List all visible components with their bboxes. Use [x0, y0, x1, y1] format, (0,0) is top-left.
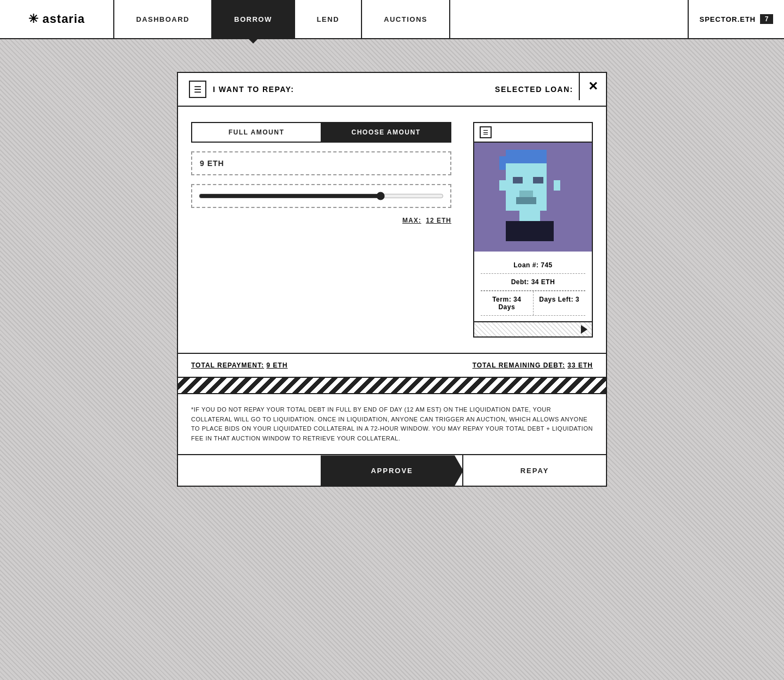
progress-arrow-icon [581, 325, 587, 334]
warning-area: *IF YOU DO NOT REPAY YOUR TOTAL DEBT IN … [178, 394, 606, 454]
days-left-cell: Days Left: 3 [534, 291, 586, 315]
logo-text: astaria [42, 12, 85, 26]
nav-auctions[interactable]: AUCTIONS [362, 0, 450, 38]
close-icon: ✕ [588, 79, 598, 94]
nav-dashboard[interactable]: DASHBOARD [114, 0, 212, 38]
debt-value: 34 ETH [531, 278, 555, 286]
logo: ✳ astaria [0, 0, 114, 38]
logo-star-icon: ✳ [28, 12, 39, 26]
svg-rect-10 [506, 221, 554, 242]
choose-amount-button[interactable]: CHOOSE AMOUNT [322, 123, 450, 142]
nav-bar: DASHBOARD BORROW LEND AUCTIONS [114, 0, 688, 38]
total-remaining-debt: TOTAL REMAINING DEBT: 33 ETH [473, 362, 593, 369]
modal-header-icon: ☰ [189, 81, 206, 98]
wallet-name: SPECTOR.ETH [700, 15, 760, 23]
full-amount-button[interactable]: FULL AMOUNT [192, 123, 322, 142]
svg-rect-12 [554, 180, 561, 191]
term-row: Term: 34 Days Days Left: 3 [481, 291, 585, 316]
nft-info: Loan #: 745 Debt: 34 ETH Term: 34 Days D… [474, 252, 592, 321]
loan-number: 745 [541, 261, 553, 269]
amount-toggle: FULL AMOUNT CHOOSE AMOUNT [191, 122, 451, 143]
right-panel: ☰ [473, 122, 593, 338]
header: ✳ astaria DASHBOARD BORROW LEND AUCTIONS… [0, 0, 784, 39]
nft-progress-row [474, 321, 592, 336]
svg-rect-6 [533, 177, 543, 184]
total-repayment-value: 9 ETH [266, 362, 287, 369]
main-background: ☰ I WANT TO REPAY: SELECTED LOAN: ✕ FULL… [0, 39, 784, 680]
total-remaining-value: 33 ETH [567, 362, 593, 369]
wallet-area[interactable]: SPECTOR.ETH 7 [688, 0, 784, 38]
svg-rect-5 [513, 177, 523, 184]
debt-label: Debt: [511, 278, 529, 286]
svg-rect-2 [499, 156, 547, 163]
slider-container [191, 184, 451, 208]
loan-number-row: Loan #: 745 [481, 257, 585, 274]
total-repayment: TOTAL REPAYMENT: 9 ETH [191, 362, 287, 369]
repay-button[interactable]: REPAY [462, 455, 606, 486]
svg-rect-7 [519, 191, 533, 198]
repay-modal: ☰ I WANT TO REPAY: SELECTED LOAN: ✕ FULL… [177, 72, 607, 487]
term-cell: Term: 34 Days [481, 291, 534, 315]
wallet-badge: 7 [760, 14, 773, 24]
nft-image [474, 143, 592, 252]
modal-actions: APPROVE REPAY [178, 454, 606, 486]
max-value: 12 ETH [426, 217, 451, 224]
svg-rect-8 [516, 197, 537, 204]
grid-icon: ☰ [483, 129, 488, 136]
progress-hatched [474, 322, 592, 336]
debt-row: Debt: 34 ETH [481, 274, 585, 291]
stripe-bar [178, 377, 606, 394]
modal-header-left-label: I WANT TO REPAY: [213, 85, 295, 94]
modal-body: FULL AMOUNT CHOOSE AMOUNT 9 ETH MAX: 12 … [178, 107, 606, 353]
nft-card-header: ☰ [474, 123, 592, 143]
amount-slider[interactable] [199, 192, 444, 200]
modal-footer-info: TOTAL REPAYMENT: 9 ETH TOTAL REMAINING D… [178, 353, 606, 377]
loan-label: Loan #: [513, 261, 538, 269]
warning-text: *IF YOU DO NOT REPAY YOUR TOTAL DEBT IN … [191, 405, 593, 443]
nft-card: ☰ [473, 122, 593, 338]
close-button[interactable]: ✕ [579, 73, 606, 100]
max-label: MAX: 12 ETH [191, 217, 451, 224]
nav-spacer [450, 0, 688, 38]
eth-value: 9 ETH [200, 159, 224, 168]
left-panel: FULL AMOUNT CHOOSE AMOUNT 9 ETH MAX: 12 … [191, 122, 451, 338]
eth-input[interactable]: 9 ETH [191, 151, 451, 175]
svg-rect-9 [519, 211, 540, 221]
approve-button[interactable]: APPROVE [321, 455, 463, 486]
modal-header: ☰ I WANT TO REPAY: SELECTED LOAN: ✕ [178, 73, 606, 107]
document-icon: ☰ [194, 84, 201, 95]
svg-rect-11 [499, 180, 506, 191]
nav-borrow[interactable]: BORROW [212, 0, 295, 38]
nav-lend[interactable]: LEND [295, 0, 362, 38]
nft-header-icon: ☰ [480, 126, 492, 138]
